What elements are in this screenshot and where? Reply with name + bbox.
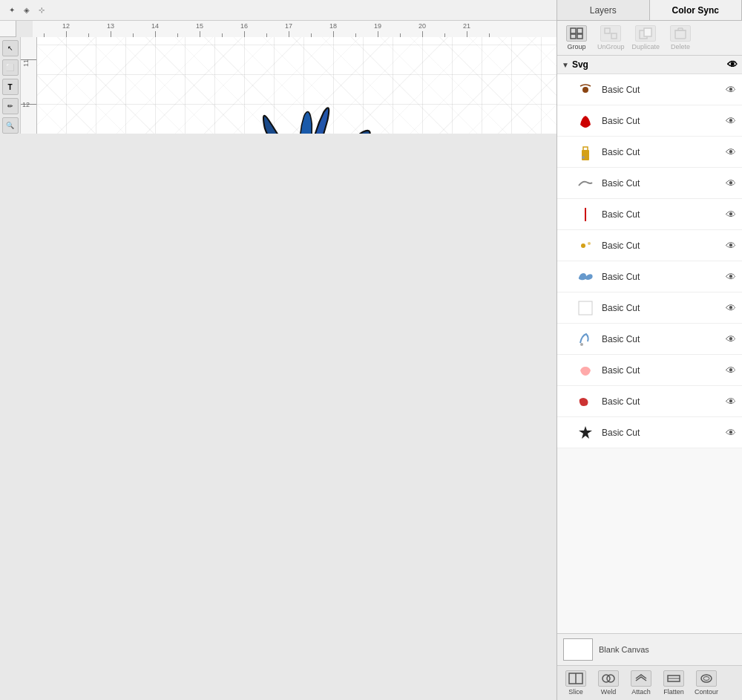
svg-rect-29 [644,28,651,36]
duplicate-button[interactable]: Duplicate [629,24,663,52]
attach-icon [631,670,651,687]
flatten-button[interactable]: Flatten [658,669,689,697]
svg-point-46 [607,675,614,682]
layer-eye-5[interactable]: 👁 [726,209,736,220]
svg-group-eye[interactable]: 👁 [727,59,738,71]
ungroup-button[interactable]: UnGroup [594,24,628,52]
layer-eye-11[interactable]: 👁 [726,396,736,408]
select-tool[interactable]: ↖ [2,40,19,56]
layer-thumb-12 [575,422,596,443]
group-button[interactable]: Group [560,24,593,52]
layer-row[interactable]: Basic Cut 👁 [557,168,742,199]
layer-eye-12[interactable]: 👁 [726,427,736,439]
svg-rect-25 [605,28,610,33]
layer-eye-3[interactable]: 👁 [726,146,736,158]
layer-eye-6[interactable]: 👁 [726,240,736,252]
svg-rect-23 [571,34,576,39]
ruler-horizontal: 12 13 14 15 16 17 18 19 20 21 [33,21,556,37]
toolbar-action-3[interactable]: ⊹ [36,4,47,16]
svg-point-42 [580,343,583,346]
contour-button[interactable]: Contour [691,669,722,697]
layer-eye-8[interactable]: 👁 [726,302,736,314]
svg-rect-26 [611,33,617,39]
layer-row[interactable]: Basic Cut 👁 [557,230,742,261]
layer-row[interactable]: Basic Cut 👁 [557,292,742,324]
character-illustration[interactable] [96,97,519,134]
layer-label-7: Basic Cut [602,272,723,282]
svg-rect-21 [571,28,576,33]
layer-thumb-9 [575,329,596,350]
layer-row[interactable]: Basic Cut 👁 [557,137,742,168]
blank-canvas-thumb [563,638,593,661]
svg-rect-24 [577,34,582,39]
slice-icon [565,670,586,687]
tab-layers[interactable]: Layers [557,0,650,20]
weld-icon [598,670,619,687]
canvas-row: ↖ ⬜ T ✏ 🔍 11 12 13 14 15 16 [0,37,556,134]
text-tool[interactable]: T [2,79,19,95]
layer-eye-9[interactable]: 👁 [726,333,736,345]
flatten-icon [663,670,684,687]
svg-group-row[interactable]: ▼ Svg 👁 [557,56,742,74]
layer-row[interactable]: Basic Cut 👁 [557,261,742,292]
layer-label-3: Basic Cut [602,147,723,157]
svg-point-40 [588,242,591,245]
layer-eye-1[interactable]: 👁 [726,84,736,96]
zoom-tool[interactable]: 🔍 [2,117,19,134]
svg-point-35 [582,87,588,93]
weld-button[interactable]: Weld [593,669,624,697]
group-icon [566,25,587,42]
layer-label-12: Basic Cut [602,428,723,438]
shape-tool[interactable]: ⬜ [2,59,19,76]
toolbar-action-1[interactable]: ✦ [6,4,18,16]
layer-row[interactable]: Basic Cut 👁 [557,324,742,355]
layer-label-8: Basic Cut [602,303,723,313]
svg-group-label: Svg [572,59,588,70]
top-toolbar: ✦ ◈ ⊹ [0,0,556,21]
layer-label-1: Basic Cut [602,85,723,95]
layer-thumb-6 [575,235,596,256]
right-panel: Layers Color Sync Group [556,0,742,700]
layer-row[interactable]: Basic Cut 👁 [557,386,742,417]
layer-row[interactable]: Basic Cut 👁 [557,199,742,230]
blank-canvas-row: Blank Canvas [557,633,742,665]
layer-thumb-2 [575,111,596,131]
svg-point-49 [701,675,712,682]
contour-icon [696,670,717,687]
layer-row[interactable]: Basic Cut 👁 [557,74,742,105]
layer-row[interactable]: Basic Cut 👁 [557,105,742,137]
design-canvas[interactable] [37,37,556,134]
layer-eye-2[interactable]: 👁 [726,115,736,127]
attach-button[interactable]: Attach [626,669,657,697]
slice-button[interactable]: Slice [560,669,591,697]
pen-tool[interactable]: ✏ [2,98,19,114]
layer-label-2: Basic Cut [602,116,723,126]
expand-arrow: ▼ [562,61,569,69]
layer-thumb-10 [575,360,596,381]
layer-eye-7[interactable]: 👁 [726,271,736,283]
svg-point-37 [582,156,585,159]
toolbar-action-2[interactable]: ◈ [21,4,33,16]
layer-label-11: Basic Cut [602,396,723,407]
layer-label-5: Basic Cut [602,209,723,220]
panel-toolbar: Group UnGroup [557,21,742,56]
layer-thumb-7 [575,266,596,287]
ruler-vertical: 11 12 13 14 15 16 17 18 19 20 [21,37,37,134]
layer-eye-4[interactable]: 👁 [726,177,736,189]
delete-icon [670,25,691,42]
layer-row[interactable]: Basic Cut 👁 [557,417,742,448]
delete-button[interactable]: Delete [664,24,697,52]
bottom-panel-toolbar: Slice Weld Attach [557,665,742,700]
tab-color-sync[interactable]: Color Sync [650,0,743,20]
ungroup-icon [600,25,621,42]
layer-row[interactable]: Basic Cut 👁 [557,355,742,386]
layer-thumb-11 [575,391,596,412]
layer-thumb-3 [575,142,596,163]
layer-thumb-5 [575,204,596,225]
app-container: ✦ ◈ ⊹ 12 13 14 15 16 17 18 [0,0,742,700]
layer-label-10: Basic Cut [602,365,723,376]
blank-canvas-label: Blank Canvas [599,645,649,654]
layers-list: ▼ Svg 👁 Basic Cut 👁 Basic Cut 👁 [557,56,742,633]
layer-eye-10[interactable]: 👁 [726,364,736,376]
layer-thumb-1 [575,79,596,100]
